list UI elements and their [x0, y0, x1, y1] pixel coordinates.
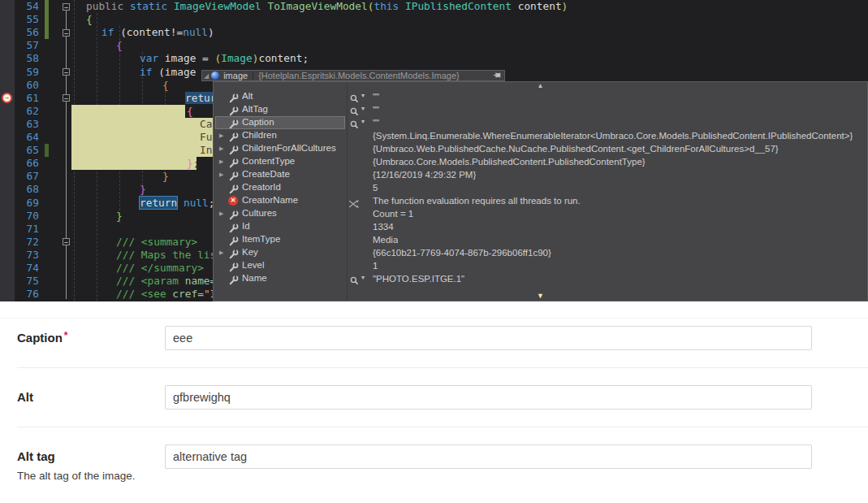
datatip-row-ItemType[interactable]: ItemTypeMedia — [214, 233, 867, 246]
code-text: { — [187, 105, 193, 118]
property-value: {Umbraco.Web.PublishedCache.NuCache.Publ… — [373, 144, 779, 154]
datatip-row-CreateDate[interactable]: ▶CreateDate{12/16/2019 4:29:32 PM} — [214, 168, 867, 181]
line-number: 75 — [0, 275, 39, 288]
code-line-54: 54−public static ImageViewModel ToImageV… — [0, 0, 868, 13]
property-name: CreateDate — [242, 169, 290, 179]
property-value: 5 — [373, 183, 378, 193]
property-value: {12/16/2019 4:29:32 PM} — [373, 170, 476, 180]
code-text: var image = (Image)content; — [140, 52, 309, 65]
field-divider — [17, 427, 868, 427]
line-number: 59 — [0, 66, 39, 79]
expand-arrow-icon[interactable]: ▶ — [219, 171, 223, 178]
datatip-row-ChildrenForAllCultures[interactable]: ▶ChildrenForAllCultures{Umbraco.Web.Publ… — [214, 142, 867, 155]
code-text: if (content!=null) — [101, 26, 214, 39]
datatip-expander-icon[interactable]: ◢ — [204, 72, 209, 80]
code-line-56: 56−if (content!=null) — [0, 26, 868, 39]
breakpoint-current-line-icon[interactable]: → — [2, 93, 12, 103]
datatip-row-Name[interactable]: Name▾"PHOTO.ESP.ITGE.1" — [214, 272, 867, 285]
field-label-alt: Alt — [17, 390, 33, 404]
line-number: 72 — [0, 236, 39, 249]
chevron-down-icon[interactable]: ▾ — [361, 92, 365, 99]
datatip-row-Children[interactable]: ▶Children{System.Linq.Enumerable.WhereEn… — [214, 129, 867, 142]
code-text: { — [162, 79, 169, 92]
property-value: Count = 1 — [373, 209, 413, 219]
property-value: "" — [373, 105, 379, 115]
datatip-row-Alt[interactable]: Alt▾"" — [214, 90, 867, 103]
code-line-58: 58var image = (Image)content; — [0, 52, 868, 65]
line-number: 57 — [0, 39, 39, 52]
code-text: /// Maps the list — [116, 249, 222, 262]
code-text: } — [140, 183, 146, 196]
line-number: 65 — [0, 144, 39, 157]
code-text: In — [200, 144, 212, 157]
divider — [253, 72, 253, 80]
datatip-row-Caption[interactable]: Caption▾"" — [214, 116, 867, 129]
fold-collapse-box[interactable]: − — [63, 3, 70, 11]
code-text: return null; — [140, 197, 215, 210]
datatip-row-AltTag[interactable]: AltTag▾"" — [214, 103, 867, 116]
line-number: 67 — [0, 170, 39, 183]
line-number: 64 — [0, 131, 39, 144]
datatip-row-Id[interactable]: Id1334 — [214, 220, 867, 233]
line-number: 62 — [0, 105, 39, 118]
pin-icon[interactable] — [493, 71, 502, 81]
datatip-row-Cultures[interactable]: ▶CulturesCount = 1 — [214, 207, 867, 220]
chevron-down-icon[interactable]: ▾ — [361, 105, 365, 112]
property-name: Cultures — [242, 208, 277, 218]
line-number: 71 — [0, 223, 39, 236]
scroll-up-icon[interactable]: ▲ — [214, 82, 867, 89]
fold-collapse-box[interactable]: − — [63, 94, 70, 102]
property-name: Level — [242, 260, 265, 270]
field-divider — [17, 367, 868, 368]
expand-arrow-icon[interactable]: ▶ — [219, 158, 223, 165]
code-line-57: 57{ — [0, 39, 868, 52]
fold-collapse-box[interactable]: − — [63, 68, 70, 76]
property-value: "PHOTO.ESP.ITGE.1" — [373, 274, 464, 284]
expand-arrow-icon[interactable]: ▶ — [219, 249, 223, 256]
datatip-variable-name: image — [223, 71, 248, 80]
required-asterisk: * — [64, 330, 68, 341]
chevron-down-icon[interactable]: ▾ — [361, 118, 365, 125]
datatip-header[interactable]: ◢ image {Hotelplan.Espritski.Models.Cont… — [201, 70, 505, 81]
magnifier-icon[interactable] — [350, 274, 359, 288]
code-text: }; — [187, 157, 199, 170]
line-number: 74 — [0, 262, 39, 275]
datatip-row-ContentType[interactable]: ▶ContentType{Umbraco.Core.Models.Publish… — [214, 155, 867, 168]
code-text: public static ImageViewModel ToImageView… — [86, 0, 568, 13]
chevron-down-icon[interactable]: ▾ — [361, 274, 365, 281]
line-number: 56 — [0, 26, 39, 39]
screenshot-root: 54−public static ImageViewModel ToImageV… — [0, 0, 868, 503]
datatip-row-CreatorName[interactable]: ✕CreatorNameThe function evaluation requ… — [214, 194, 867, 207]
datatip-row-Level[interactable]: Level1 — [214, 259, 867, 272]
property-name: ContentType — [242, 156, 295, 166]
code-text: /// <summary> — [116, 236, 197, 249]
property-name: ItemType — [242, 234, 280, 244]
property-value: "" — [373, 118, 379, 128]
code-text: if (image — [140, 66, 196, 79]
line-number: 73 — [0, 249, 39, 262]
code-text: /// </summary> — [116, 262, 204, 275]
property-name: Alt — [242, 91, 253, 101]
datatip-row-CreatorId[interactable]: CreatorId5 — [214, 181, 867, 194]
property-name: CreatorName — [242, 195, 298, 205]
fold-collapse-box[interactable]: − — [63, 29, 70, 37]
field-input-alt[interactable] — [165, 385, 812, 410]
code-text: } — [116, 210, 123, 223]
property-name: ChildrenForAllCultures — [242, 143, 336, 153]
fold-collapse-box[interactable]: − — [63, 238, 70, 245]
expand-arrow-icon[interactable]: ▶ — [219, 132, 223, 139]
datatip-row-Key[interactable]: ▶Key{66c10b21-7769-4074-867b-296b06ff1c9… — [214, 246, 867, 259]
umbraco-property-form: Caption*AltAlt tagThe alt tag of the ima… — [0, 301, 868, 503]
object-icon — [211, 72, 219, 80]
line-number: 54 — [0, 0, 39, 13]
property-wrench-icon — [229, 274, 239, 288]
property-name: CreatorId — [242, 182, 281, 192]
line-number: 68 — [0, 183, 39, 196]
field-input-alt-tag[interactable] — [165, 444, 812, 469]
scroll-down-icon[interactable]: ▼ — [214, 292, 867, 300]
property-value: "" — [373, 92, 379, 102]
field-input-caption[interactable] — [165, 326, 812, 350]
expand-arrow-icon[interactable]: ▶ — [219, 145, 223, 152]
expand-arrow-icon[interactable]: ▶ — [219, 210, 223, 217]
property-name: Name — [242, 273, 267, 283]
